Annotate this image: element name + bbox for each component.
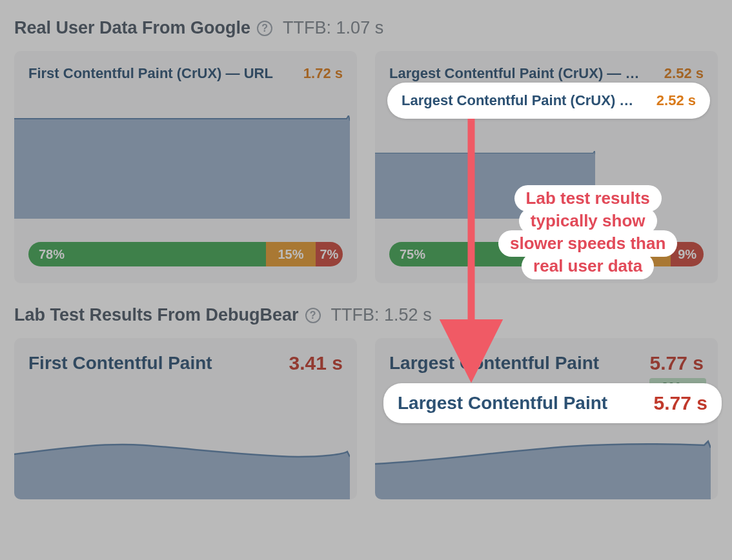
dist-poor: 7% bbox=[316, 242, 343, 266]
svg-marker-0 bbox=[14, 115, 350, 219]
section-title: Real User Data From Google bbox=[14, 18, 250, 38]
annotation-line: real user data bbox=[522, 253, 654, 279]
real-user-section-header: Real User Data From Google ? TTFB: 1.07 … bbox=[14, 18, 718, 38]
ttfb-value: TTFB: 1.07 s bbox=[283, 18, 383, 38]
metric-name: Largest Contentful Paint (CrUX) — … bbox=[402, 92, 646, 109]
card-header: First Contentful Paint (CrUX) — URL 1.72… bbox=[14, 51, 357, 82]
lab-fcp-card[interactable]: First Contentful Paint 3.41 s bbox=[14, 338, 357, 499]
card-header: Largest Contentful Paint (CrUX) — … 2.52… bbox=[375, 51, 718, 82]
lcp-lab-sparkline bbox=[375, 428, 711, 499]
metric-name: Largest Contentful Paint bbox=[398, 393, 644, 414]
highlight-crux-lcp: Largest Contentful Paint (CrUX) — … 2.52… bbox=[387, 83, 710, 119]
metric-name: Largest Contentful Paint bbox=[389, 353, 644, 374]
card-header: Largest Contentful Paint 5.77 s bbox=[375, 338, 718, 374]
card-header: First Contentful Paint 3.41 s bbox=[14, 338, 357, 374]
metric-value: 2.52 s bbox=[664, 65, 704, 82]
ttfb-value: TTFB: 1.52 s bbox=[331, 305, 432, 325]
section-title: Lab Test Results From DebugBear bbox=[14, 305, 299, 325]
metric-value: 5.77 s bbox=[654, 392, 707, 414]
fcp-lab-sparkline bbox=[14, 428, 350, 499]
metric-name: First Contentful Paint bbox=[28, 353, 283, 374]
help-icon[interactable]: ? bbox=[257, 21, 272, 36]
fcp-crux-sparkline bbox=[14, 115, 350, 219]
metric-value: 2.52 s bbox=[656, 92, 696, 109]
metric-name: Largest Contentful Paint (CrUX) — … bbox=[389, 65, 658, 82]
crux-fcp-card[interactable]: First Contentful Paint (CrUX) — URL 1.72… bbox=[14, 51, 357, 283]
dist-good: 78% bbox=[28, 242, 266, 266]
dist-needs-improvement: 15% bbox=[266, 242, 316, 266]
annotation-callout: Lab test results typically show slower s… bbox=[498, 187, 677, 277]
lab-section-header: Lab Test Results From DebugBear ? TTFB: … bbox=[14, 305, 718, 325]
metric-value: 5.77 s bbox=[650, 352, 704, 374]
annotation-arrow-icon bbox=[452, 119, 491, 377]
help-icon[interactable]: ? bbox=[305, 308, 321, 323]
highlight-lab-lcp: Largest Contentful Paint 5.77 s bbox=[383, 383, 722, 423]
metric-name: First Contentful Paint (CrUX) — URL bbox=[28, 65, 297, 82]
distribution-bar: 78% 15% 7% bbox=[28, 242, 343, 266]
metric-value: 3.41 s bbox=[289, 352, 343, 374]
metric-value: 1.72 s bbox=[303, 65, 343, 82]
